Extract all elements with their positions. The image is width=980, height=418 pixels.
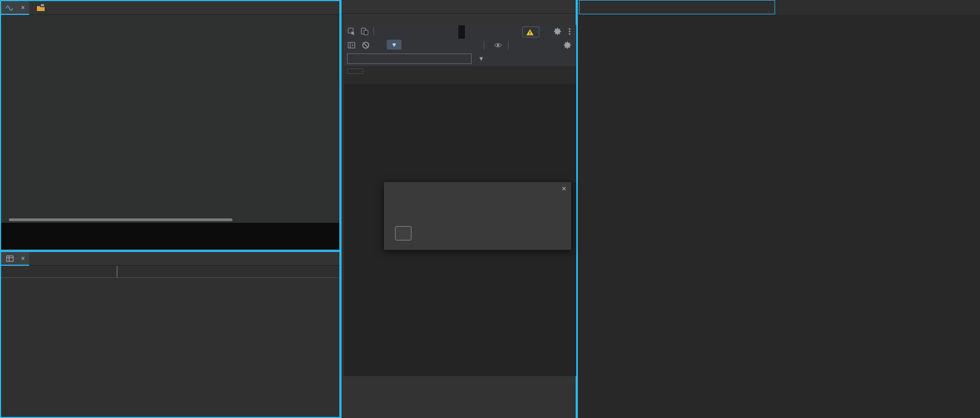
console-sidebar-icon[interactable]	[347, 41, 356, 50]
clear-console-icon[interactable]	[361, 41, 370, 50]
properties-table	[1, 277, 339, 417]
horizontal-scrollbar[interactable]	[9, 218, 232, 221]
default-levels-dropdown[interactable]: ▼	[478, 55, 484, 62]
gear-icon[interactable]	[553, 27, 562, 36]
explorer-icon	[36, 3, 45, 12]
inspect-icon[interactable]	[347, 27, 356, 36]
console-settings-icon[interactable]	[563, 41, 572, 50]
middle-tabbar	[342, 0, 576, 14]
close-icon[interactable]: ×	[562, 184, 566, 193]
editor-panel	[577, 0, 980, 418]
divider	[508, 41, 508, 50]
warning-icon	[526, 28, 534, 36]
devtools-tab-row	[344, 25, 576, 39]
warning-count-badge[interactable]	[522, 26, 539, 37]
properties-tabbar: ×	[1, 252, 339, 266]
projects-tabbar: ×	[1, 1, 339, 15]
column-divider[interactable]	[117, 266, 117, 277]
devtools-issues-row	[344, 66, 576, 84]
tab-properties[interactable]: ×	[1, 252, 29, 266]
no-issues-button[interactable]	[347, 68, 364, 74]
mobile-viewer-panel: ▼ ▼ ×	[340, 0, 577, 418]
devtools-tab-console[interactable]	[458, 25, 465, 39]
eye-icon[interactable]	[494, 41, 502, 50]
properties-column-header	[1, 266, 339, 278]
close-icon[interactable]: ×	[21, 4, 25, 12]
project-tree	[1, 15, 339, 231]
editor-tabbar	[578, 0, 980, 15]
devtools-filter-row: ▼	[344, 52, 576, 67]
device-toolbar-icon[interactable]	[360, 27, 369, 36]
filter-input[interactable]	[347, 53, 472, 64]
devtools: ▼ ▼ ×	[344, 25, 576, 376]
divider	[484, 41, 484, 50]
close-icon[interactable]: ×	[21, 255, 25, 262]
devtools-disconnect-dialog: ×	[383, 181, 572, 250]
divider	[373, 27, 374, 36]
properties-panel: ×	[0, 251, 340, 418]
table-icon	[6, 254, 14, 263]
code-area[interactable]	[578, 15, 980, 418]
devtools-tab-elements[interactable]	[398, 25, 404, 29]
reconnect-devtools-button[interactable]	[395, 226, 412, 240]
devtools-toolbar-row: ▼	[344, 39, 576, 52]
wave-icon	[6, 3, 14, 12]
context-selector[interactable]: ▼	[387, 40, 402, 50]
convertigo-studio-window: × ×	[0, 0, 980, 418]
overflow-menu-icon[interactable]	[565, 27, 574, 36]
tab-projects[interactable]: ×	[1, 1, 29, 15]
github-bar	[1, 223, 339, 249]
project-explorer-title	[31, 1, 54, 14]
editor-tabgroup-border	[579, 0, 775, 14]
projects-panel: ×	[0, 0, 340, 251]
